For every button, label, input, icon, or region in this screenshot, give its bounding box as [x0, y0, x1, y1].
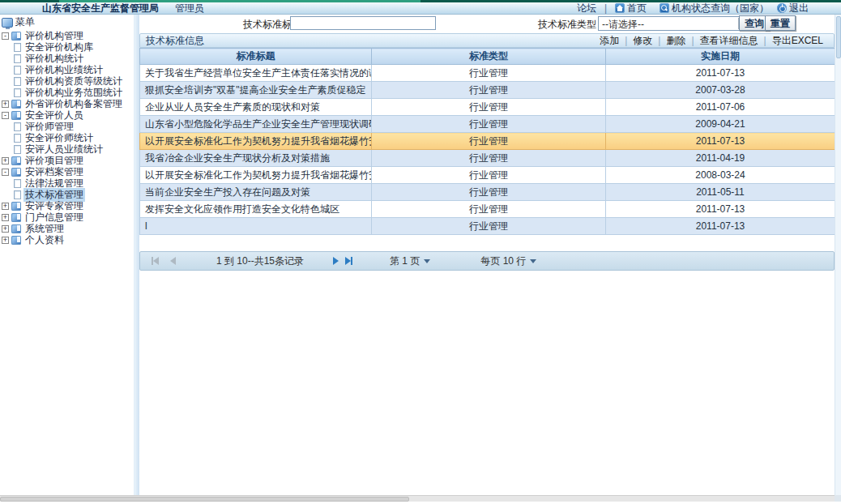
logout-label: 退出	[789, 2, 809, 15]
panel-toolbar: 技术标准信息 添加 | 修改 | 删除 | 查看详细信息 | 导出EXCEL	[139, 33, 835, 48]
export-excel-button[interactable]: 导出EXCEL	[766, 34, 829, 48]
menu-root-label: 菜单	[15, 15, 35, 29]
reset-button[interactable]: 重置	[765, 15, 796, 31]
panel-title: 技术标准信息	[146, 34, 204, 48]
expand-icon[interactable]	[2, 157, 9, 164]
logout-icon	[777, 3, 787, 13]
collapse-icon[interactable]	[2, 112, 9, 119]
horizontal-scrollbar-thumb[interactable]	[0, 497, 409, 502]
chevron-down-icon	[424, 259, 430, 263]
folder-icon	[11, 100, 21, 109]
folder-icon	[11, 156, 21, 165]
forum-link[interactable]: 论坛	[577, 2, 596, 15]
page-icon	[14, 66, 21, 75]
sidebar-menu: 菜单 评价机构管理 安全评价机构库 评价机构统计 评价机构业绩统计 评价机构资质…	[0, 15, 134, 495]
vertical-scrollbar[interactable]	[835, 15, 841, 495]
header-bar: 山东省安全生产监督管理局 管理员 论坛 | 首页 机构状态查询（国家） 退出	[0, 2, 841, 15]
column-header-type[interactable]: 标准类型	[372, 49, 606, 65]
folder-icon	[11, 202, 21, 211]
column-header-title[interactable]: 标准标题	[140, 49, 372, 65]
menu-icon	[2, 18, 13, 28]
table-row[interactable]: l行业管理2011-07-13	[140, 218, 835, 235]
standards-table: 标准标题 标准类型 实施日期 关于我省生产经营单位安全生产主体责任落实情况的调研…	[139, 48, 835, 235]
app-title: 山东省安全生产监督管理局	[42, 2, 159, 15]
table-row-selected[interactable]: 以开展安全标准化工作为契机努力提升我省烟花爆竹安全管理水平行业管理2011-07…	[140, 133, 835, 150]
table-row[interactable]: 当前企业安全生产投入存在问题及对策行业管理2011-05-11	[140, 184, 835, 201]
org-status-icon	[660, 3, 669, 13]
page-icon	[14, 134, 21, 143]
collapse-icon[interactable]	[2, 32, 9, 40]
app-window: 山东省安全生产监督管理局 管理员 论坛 | 首页 机构状态查询（国家） 退出 菜…	[0, 0, 841, 504]
page-icon	[14, 54, 21, 63]
page-icon	[14, 145, 21, 154]
tree-item[interactable]: 个人资料	[0, 234, 134, 246]
page-icon	[14, 190, 21, 199]
page-icon	[14, 122, 21, 131]
folder-icon	[11, 168, 21, 177]
logout-link[interactable]: 退出	[777, 2, 809, 15]
org-status-label: 机构状态查询（国家）	[672, 2, 769, 15]
view-detail-button[interactable]: 查看详细信息	[694, 34, 764, 48]
next-page-button[interactable]	[333, 257, 339, 265]
page-icon	[14, 77, 21, 86]
standard-title-input[interactable]	[290, 16, 436, 30]
prev-page-button[interactable]	[170, 257, 176, 265]
table-header-row: 标准标题 标准类型 实施日期	[140, 49, 835, 65]
search-form: 技术标准标题 技术标准类型 --请选择-- 查询 重置	[139, 15, 835, 33]
column-header-date[interactable]: 实施日期	[606, 49, 835, 65]
expand-icon[interactable]	[2, 203, 9, 210]
page-icon	[14, 88, 21, 97]
page-number-label: 第 1 页	[390, 254, 420, 268]
chevron-down-icon	[530, 259, 536, 263]
table-row[interactable]: 以开展安全标准化工作为契机努力提升我省烟花爆竹安全管理水平行业管理2008-03…	[140, 167, 835, 184]
menu-root: 菜单	[2, 16, 134, 28]
tree-item[interactable]: 门户信息管理	[0, 211, 134, 223]
expand-icon[interactable]	[2, 100, 9, 108]
home-link-label: 首页	[627, 2, 647, 15]
expand-icon[interactable]	[2, 237, 9, 244]
home-icon	[615, 3, 625, 13]
pane-splitter[interactable]	[134, 15, 139, 495]
link-divider: |	[601, 2, 610, 14]
table-row[interactable]: 关于我省生产经营单位安全生产主体责任落实情况的调研报告行业管理2011-07-1…	[140, 65, 835, 82]
folder-icon	[11, 111, 21, 120]
scrollbar-corner	[835, 495, 841, 502]
page-size-select[interactable]: 每页 10 行	[480, 254, 536, 268]
first-page-button[interactable]	[152, 257, 159, 265]
pagination-bar: 1 到 10--共15条记录 第 1 页 每页 10 行	[139, 251, 835, 271]
standard-type-select[interactable]: --请选择--	[598, 16, 752, 31]
horizontal-scrollbar[interactable]	[0, 495, 841, 502]
standard-type-label: 技术标准类型	[538, 18, 596, 32]
collapse-icon[interactable]	[2, 169, 9, 176]
add-button[interactable]: 添加	[594, 34, 625, 48]
page-icon	[14, 43, 21, 52]
table-row[interactable]: 我省冶金企业安全生产现状分析及对策措施行业管理2011-04-19	[140, 150, 835, 167]
standard-type-value: --请选择--	[602, 19, 644, 30]
org-status-link[interactable]: 机构状态查询（国家）	[660, 2, 769, 15]
page-icon	[14, 179, 21, 188]
current-user: 管理员	[175, 2, 204, 15]
expand-icon[interactable]	[2, 225, 9, 233]
last-page-button[interactable]	[345, 257, 352, 265]
main-panel: 技术标准标题 技术标准类型 --请选择-- 查询 重置 技术标准信息 添加 | …	[139, 15, 835, 495]
table-row[interactable]: 企业从业人员安全生产素质的现状和对策行业管理2011-07-06	[140, 99, 835, 116]
tree-item[interactable]: 系统管理	[0, 223, 134, 234]
menu-tree: 评价机构管理 安全评价机构库 评价机构统计 评价机构业绩统计 评价机构资质等级统…	[0, 30, 134, 246]
table-row[interactable]: 狠抓安全培训夯"双基"提高企业安全生产素质促稳定行业管理2007-03-28	[140, 82, 835, 99]
table-row[interactable]: 发挥安全文化应领作用打造安全文化特色城区行业管理2011-07-13	[140, 201, 835, 218]
expand-icon[interactable]	[2, 214, 9, 221]
edit-button[interactable]: 修改	[627, 34, 658, 48]
folder-icon	[11, 213, 21, 222]
home-link[interactable]: 首页	[615, 2, 647, 15]
page-number-select[interactable]: 第 1 页	[390, 254, 430, 268]
vertical-scrollbar-thumb[interactable]	[836, 16, 841, 58]
folder-icon	[11, 236, 21, 245]
table-row[interactable]: 山东省小型危险化学品生产企业安全生产管理现状调研报告行业管理2009-04-21	[140, 116, 835, 133]
delete-button[interactable]: 删除	[660, 34, 691, 48]
folder-icon	[11, 224, 21, 233]
folder-icon	[11, 32, 21, 41]
page-size-label: 每页 10 行	[480, 254, 526, 268]
record-range-text: 1 到 10--共15条记录	[203, 254, 317, 268]
